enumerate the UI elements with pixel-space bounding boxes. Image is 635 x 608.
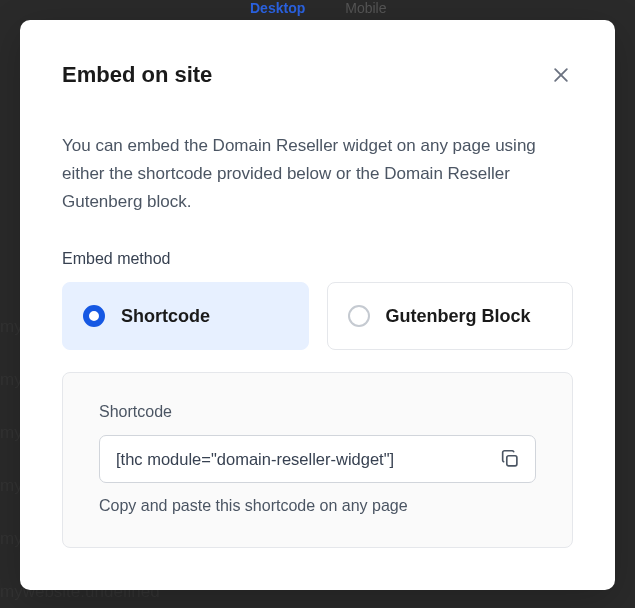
close-icon[interactable] <box>549 63 573 87</box>
option-gutenberg-label: Gutenberg Block <box>386 306 531 327</box>
svg-rect-2 <box>507 456 517 466</box>
radio-icon <box>348 305 370 327</box>
option-shortcode[interactable]: Shortcode <box>62 282 309 350</box>
bg-tab-desktop: Desktop <box>250 0 305 16</box>
shortcode-help: Copy and paste this shortcode on any pag… <box>99 497 536 515</box>
embed-modal: Embed on site You can embed the Domain R… <box>20 20 615 590</box>
shortcode-panel: Shortcode Copy and paste this shortcode … <box>62 372 573 548</box>
modal-header: Embed on site <box>62 62 573 88</box>
option-shortcode-label: Shortcode <box>121 306 210 327</box>
shortcode-input[interactable] <box>116 450 499 469</box>
embed-options: Shortcode Gutenberg Block <box>62 282 573 350</box>
bg-tabs: Desktop Mobile <box>250 0 386 16</box>
bg-tab-mobile: Mobile <box>345 0 386 16</box>
shortcode-label: Shortcode <box>99 403 536 421</box>
option-gutenberg[interactable]: Gutenberg Block <box>327 282 574 350</box>
embed-method-label: Embed method <box>62 250 573 268</box>
modal-title: Embed on site <box>62 62 212 88</box>
radio-icon <box>83 305 105 327</box>
copy-icon[interactable] <box>499 448 521 470</box>
shortcode-input-row <box>99 435 536 483</box>
modal-description: You can embed the Domain Reseller widget… <box>62 132 573 216</box>
